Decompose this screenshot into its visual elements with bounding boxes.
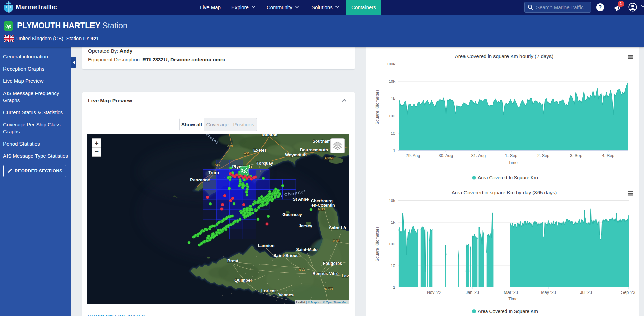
svg-text:N 12: N 12 [299,268,305,271]
svg-text:Rennes: Rennes [312,271,328,276]
svg-text:10k: 10k [389,199,395,203]
svg-text:N 13: N 13 [318,208,325,211]
svg-text:Area Covered in square Km hour: Area Covered in square Km hourly (7 days… [455,53,553,59]
svg-text:May '23: May '23 [541,290,556,295]
svg-text:Area Covered in square Km by d: Area Covered in square Km by day (365 da… [452,190,557,195]
svg-text:100: 100 [389,114,395,118]
svg-text:Exeter: Exeter [253,148,266,153]
svg-text:100k: 100k [387,62,395,66]
svg-text:Mar '23: Mar '23 [504,290,518,295]
svg-text:Area Covered In Square Km: Area Covered In Square Km [478,175,538,180]
svg-text:Square Kilometers: Square Kilometers [375,90,380,125]
svg-text:Vannes: Vannes [278,292,294,297]
svg-text:Bournemouth: Bournemouth [300,148,328,152]
svg-text:A3055: A3055 [325,156,334,160]
svg-text:Taunton: Taunton [261,134,277,137]
svg-text:Guernsey: Guernsey [282,212,302,217]
svg-text:2. Sep: 2. Sep [537,153,549,158]
svg-text:1k: 1k [391,220,395,224]
svg-text:29. Aug: 29. Aug [406,153,420,158]
svg-text:A39: A39 [227,144,233,148]
svg-text:Brest: Brest [227,259,239,264]
svg-text:D 775: D 775 [325,287,333,290]
svg-text:Truro: Truro [208,170,219,175]
svg-text:1. Sep: 1. Sep [505,153,517,158]
svg-text:Laval: Laval [342,274,349,279]
svg-text:Saint-Lô: Saint-Lô [329,226,346,230]
svg-text:31. Aug: 31. Aug [471,153,486,158]
svg-text:Saint-Brieuc: Saint-Brieuc [273,253,299,258]
svg-text:Leaflet | © Mapbox © OpenStree: Leaflet | © Mapbox © OpenStreetMap [296,301,347,304]
svg-text:3. Sep: 3. Sep [570,153,582,158]
svg-text:Time: Time [508,297,517,301]
svg-text:4. Sep: 4. Sep [602,153,614,158]
svg-text:Jan '23: Jan '23 [466,290,479,295]
svg-text:Square Kilometers: Square Kilometers [375,227,380,262]
svg-text:Time: Time [508,160,517,165]
svg-text:Weymouth: Weymouth [285,153,307,157]
svg-text:Jersey: Jersey [299,224,312,228]
svg-text:10k: 10k [389,79,395,84]
svg-text:Jul '23: Jul '23 [580,290,592,295]
svg-text:Vitré: Vitré [329,271,339,276]
svg-text:10: 10 [391,131,395,135]
svg-text:Lannion: Lannion [258,243,275,248]
svg-text:en-Cotentin: en-Cotentin [311,203,335,208]
svg-text:A30: A30 [244,152,250,155]
svg-text:Torquay: Torquay [257,161,273,166]
svg-text:Sep '23: Sep '23 [621,290,635,295]
svg-text:St Anne: St Anne [293,197,309,202]
svg-text:1k: 1k [391,97,395,101]
svg-text:Penzance: Penzance [190,178,210,182]
svg-text:Fougères: Fougères [323,261,342,266]
svg-text:1: 1 [393,149,395,153]
svg-text:A39: A39 [215,163,220,166]
svg-text:Area Covered In Square Km: Area Covered In Square Km [478,309,538,314]
svg-text:Quimper: Quimper [234,278,252,283]
svg-text:1: 1 [393,285,395,289]
svg-text:Saint-Malo: Saint-Malo [296,247,318,252]
svg-text:Lorient: Lorient [261,289,276,294]
svg-text:10: 10 [391,264,395,268]
svg-text:Nov '22: Nov '22 [427,290,441,295]
svg-text:A 84: A 84 [333,239,340,242]
svg-text:100: 100 [389,242,395,246]
svg-text:30. Aug: 30. Aug [439,153,453,158]
